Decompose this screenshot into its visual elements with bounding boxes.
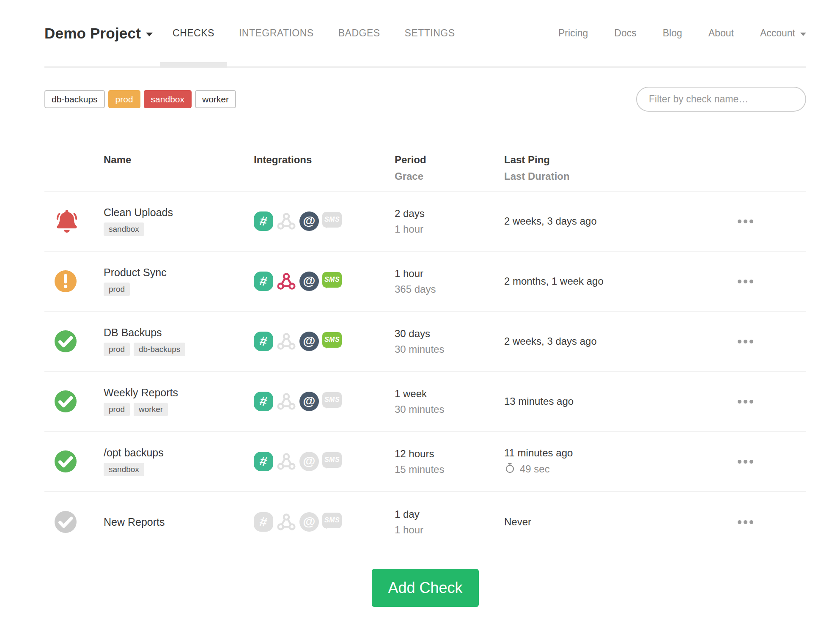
ok-status-icon — [55, 390, 77, 412]
slack-icon[interactable]: # — [254, 392, 273, 411]
row-menu-button[interactable] — [736, 456, 755, 468]
project-name: Demo Project — [44, 25, 141, 42]
slack-icon[interactable]: # — [254, 452, 273, 471]
table-row: Clean Uploads sandbox # @ SMS 2 days 1 h… — [44, 192, 806, 252]
filter-tag-sandbox[interactable]: sandbox — [144, 90, 192, 108]
status-cell — [44, 511, 104, 533]
slack-icon[interactable]: # — [254, 211, 273, 231]
webhook-icon[interactable] — [277, 452, 296, 471]
period-value: 30 days — [395, 328, 504, 340]
ok-status-icon — [55, 450, 77, 472]
row-menu-button[interactable] — [736, 215, 755, 228]
checks-table-body: Clean Uploads sandbox # @ SMS 2 days 1 h… — [44, 192, 806, 552]
nav-link-blog[interactable]: Blog — [663, 27, 682, 39]
webhook-icon[interactable] — [277, 272, 296, 291]
check-name[interactable]: Weekly Reports — [104, 387, 254, 399]
check-tag: prod — [104, 403, 130, 416]
row-menu-button[interactable] — [736, 516, 755, 528]
integrations-cell: # @ SMS — [254, 392, 395, 411]
check-name[interactable]: /opt backups — [104, 447, 254, 459]
period-value: 12 hours — [395, 448, 504, 460]
webhook-icon[interactable] — [277, 332, 296, 351]
nav-tabs: CHECKS INTEGRATIONS BADGES SETTINGS — [160, 0, 467, 66]
menu-cell — [722, 275, 806, 288]
menu-cell — [722, 335, 806, 348]
filter-tags: db-backups prod sandbox worker — [44, 90, 236, 108]
table-row: New Reports # @ SMS 1 day 1 hour — [44, 492, 806, 552]
project-switcher[interactable]: Demo Project — [44, 25, 153, 42]
filter-tag-worker[interactable]: worker — [195, 90, 236, 108]
tab-checks[interactable]: CHECKS — [160, 0, 227, 66]
checks-page: Demo Project CHECKS INTEGRATIONS BADGES … — [0, 0, 840, 607]
tab-badges[interactable]: BADGES — [326, 0, 393, 66]
row-menu-button[interactable] — [736, 335, 755, 348]
col-header-integrations: Integrations — [254, 154, 395, 166]
check-name[interactable]: Product Sync — [104, 266, 254, 279]
name-cell: DB Backups proddb-backups — [104, 327, 254, 356]
sms-icon[interactable]: SMS — [322, 452, 342, 468]
nav-link-about[interactable]: About — [708, 27, 734, 39]
filter-tag-db-backups[interactable]: db-backups — [44, 90, 105, 108]
sms-icon[interactable]: SMS — [322, 513, 342, 528]
slack-icon[interactable]: # — [254, 332, 273, 351]
col-header-last-ping: Last Ping — [504, 154, 722, 166]
webhook-icon[interactable] — [277, 392, 296, 411]
sms-icon[interactable]: SMS — [322, 212, 342, 228]
row-menu-button[interactable] — [736, 275, 755, 288]
period-value: 1 hour — [395, 268, 504, 280]
check-name[interactable]: Clean Uploads — [104, 206, 254, 219]
period-cell: 1 hour 365 days — [395, 268, 504, 295]
email-icon[interactable]: @ — [299, 332, 319, 351]
nav-link-pricing[interactable]: Pricing — [558, 27, 588, 39]
check-tags: sandbox — [104, 222, 254, 236]
sms-icon[interactable]: SMS — [322, 332, 342, 348]
check-tag: worker — [134, 403, 168, 416]
integrations-cell: # @ SMS — [254, 211, 395, 231]
table-row: Weekly Reports prodworker # @ SMS 1 week… — [44, 372, 806, 432]
last-ping-cell: 11 minutes ago 49 sec — [504, 447, 722, 476]
slack-icon[interactable]: # — [254, 512, 273, 532]
check-tag: sandbox — [104, 463, 144, 476]
nav-link-docs[interactable]: Docs — [614, 27, 636, 39]
new-status-icon — [55, 511, 77, 533]
check-name-filter-input[interactable] — [636, 87, 806, 112]
check-name[interactable]: DB Backups — [104, 327, 254, 339]
tab-settings[interactable]: SETTINGS — [393, 0, 467, 66]
menu-cell — [722, 395, 806, 408]
sms-icon[interactable]: SMS — [322, 392, 342, 408]
last-ping-cell: 2 weeks, 3 days ago — [504, 335, 722, 347]
name-cell: Product Sync prod — [104, 266, 254, 296]
webhook-icon[interactable] — [277, 211, 296, 231]
check-name[interactable]: New Reports — [104, 516, 254, 528]
account-menu[interactable]: Account — [760, 27, 806, 39]
table-row: Product Sync prod # @ SMS 1 hour 365 day… — [44, 252, 806, 312]
menu-cell — [722, 516, 806, 528]
name-cell: Weekly Reports prodworker — [104, 387, 254, 416]
sms-icon[interactable]: SMS — [322, 272, 342, 288]
email-icon[interactable]: @ — [299, 272, 319, 291]
slack-icon[interactable]: # — [254, 272, 273, 291]
nav-links: Pricing Docs Blog About Account — [558, 27, 806, 39]
col-header-grace: Grace — [395, 170, 504, 182]
integrations-cell: # @ SMS — [254, 512, 395, 532]
last-ping-cell: 2 months, 1 week ago — [504, 275, 722, 287]
email-icon[interactable]: @ — [299, 211, 319, 231]
last-ping-cell: 2 weeks, 3 days ago — [504, 215, 722, 227]
email-icon[interactable]: @ — [299, 452, 319, 471]
warning-status-icon — [55, 270, 77, 292]
add-check-button[interactable]: Add Check — [372, 569, 478, 607]
last-ping-value: 2 weeks, 3 days ago — [504, 335, 722, 347]
integrations-cell: # @ SMS — [254, 452, 395, 471]
chevron-down-icon — [800, 33, 806, 36]
stopwatch-icon — [504, 462, 516, 476]
tab-integrations[interactable]: INTEGRATIONS — [227, 0, 326, 66]
row-menu-button[interactable] — [736, 395, 755, 408]
filter-tag-prod[interactable]: prod — [108, 90, 140, 108]
table-header: Name Integrations Period Grace Last Ping… — [44, 112, 806, 192]
check-tag: db-backups — [134, 343, 185, 356]
name-cell: Clean Uploads sandbox — [104, 206, 254, 236]
email-icon[interactable]: @ — [299, 392, 319, 411]
email-icon[interactable]: @ — [299, 512, 319, 532]
col-header-name: Name — [104, 154, 254, 166]
webhook-icon[interactable] — [277, 512, 296, 532]
